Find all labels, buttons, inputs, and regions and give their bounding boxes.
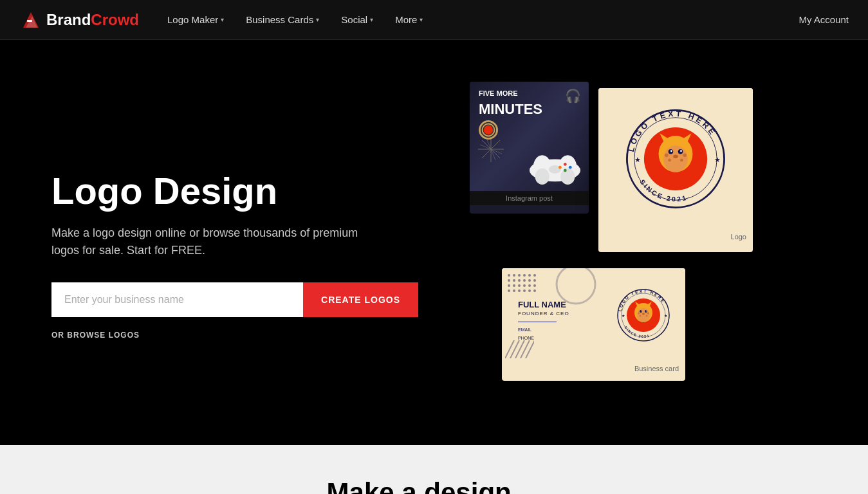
hero-section: Logo Design Make a logo design online or…: [0, 40, 868, 445]
svg-point-75: [642, 313, 645, 315]
svg-point-17: [564, 169, 567, 172]
nav-links: Logo Maker ▾ Business Cards ▾ Social ▾ M…: [158, 9, 799, 30]
svg-point-18: [559, 166, 562, 169]
svg-line-89: [521, 340, 530, 358]
nav-item-social[interactable]: Social ▾: [332, 9, 382, 30]
nav-more-label: More: [395, 14, 417, 25]
svg-point-20: [483, 125, 494, 135]
svg-point-16: [569, 166, 572, 169]
svg-point-65: [557, 268, 595, 304]
svg-point-48: [513, 279, 515, 282]
instagram-post-card: FIVE MORE MINUTES 🎧: [470, 82, 589, 214]
nav-item-more[interactable]: More ▾: [386, 9, 432, 30]
svg-point-54: [513, 284, 515, 287]
svg-line-88: [515, 340, 524, 358]
svg-point-34: [680, 159, 683, 162]
bottom-section: Make a design ...: [0, 445, 868, 494]
svg-point-64: [533, 289, 536, 292]
controller-icon: [524, 143, 586, 188]
svg-point-61: [518, 289, 521, 292]
svg-point-47: [508, 279, 510, 282]
dots-pattern-icon: [506, 272, 541, 295]
navigation: BrandCrowd Logo Maker ▾ Business Cards ▾…: [0, 0, 868, 40]
nav-logo-maker-label: Logo Maker: [167, 14, 218, 25]
brand-part1: Brand: [46, 11, 91, 28]
svg-text:★: ★: [664, 313, 667, 317]
chevron-down-icon: ▾: [420, 16, 423, 23]
svg-point-57: [528, 284, 531, 287]
svg-point-55: [518, 284, 521, 287]
svg-point-58: [533, 284, 536, 287]
instagram-card-label: Instagram post: [470, 191, 589, 205]
ig-headline-1: FIVE MORE: [479, 89, 542, 98]
logo-card-label: Logo: [598, 230, 753, 244]
svg-point-28: [670, 150, 672, 152]
svg-point-74: [646, 310, 647, 311]
svg-point-53: [508, 284, 510, 287]
svg-point-73: [641, 310, 642, 311]
svg-point-56: [523, 284, 526, 287]
svg-point-30: [673, 154, 678, 158]
hero-subtitle: Make a logo design online or browse thou…: [51, 224, 386, 259]
my-account-label: My Account: [799, 14, 849, 25]
svg-point-49: [518, 279, 521, 282]
svg-point-46: [533, 274, 536, 277]
biz-title: FOUNDER & CEO: [518, 311, 614, 316]
svg-point-43: [518, 274, 521, 277]
business-card-label: Business card: [502, 361, 685, 376]
svg-point-76: [638, 312, 640, 314]
headphone-icon: 🎧: [565, 88, 581, 104]
bottom-title: Make a design ...: [51, 477, 817, 494]
hero-title: Logo Design: [51, 170, 425, 212]
hero-left-content: Logo Design Make a logo design online or…: [51, 145, 425, 340]
chevron-down-icon: ▾: [221, 16, 224, 23]
hero-right-cards: FIVE MORE MINUTES 🎧: [450, 82, 766, 403]
diagonal-lines-icon: [505, 340, 534, 358]
svg-point-33: [668, 159, 671, 162]
svg-point-12: [535, 169, 549, 185]
biz-email: EMAIL: [518, 326, 614, 334]
nav-social-label: Social: [341, 14, 367, 25]
svg-point-50: [523, 279, 526, 282]
svg-point-15: [564, 163, 567, 166]
small-logo-badge: [479, 120, 498, 140]
instagram-card-inner: FIVE MORE MINUTES 🎧: [470, 82, 589, 191]
brand-logo-icon: [19, 8, 42, 32]
brand-part2: Crowd: [91, 11, 139, 28]
svg-point-60: [513, 289, 515, 292]
create-logos-button[interactable]: CREATE LOGOS: [303, 282, 418, 317]
business-card: FULL NAME FOUNDER & CEO EMAIL PHONE: [502, 268, 685, 381]
biz-card-logo-image: LOGO TEXT HERE SINCE 2021 ★ ★: [614, 286, 672, 344]
svg-text:★: ★: [714, 156, 721, 163]
svg-point-32: [683, 154, 687, 158]
logo-card-inner: LOGO TEXT HERE SINCE 2021 ★ ★: [598, 88, 753, 230]
nav-item-logo-maker[interactable]: Logo Maker ▾: [158, 9, 233, 30]
business-name-input[interactable]: [51, 282, 303, 317]
svg-point-41: [508, 274, 510, 277]
cheetah-logo-image: LOGO TEXT HERE SINCE 2021 ★ ★: [621, 104, 730, 214]
browse-logos-label: OR BROWSE LOGOS: [51, 331, 140, 340]
circle-arc-icon: [553, 268, 598, 307]
brand-name-text: BrandCrowd: [46, 11, 139, 29]
svg-point-29: [680, 150, 682, 152]
svg-point-31: [665, 154, 669, 158]
svg-point-79: [646, 315, 648, 316]
svg-point-70: [637, 308, 650, 322]
svg-line-90: [526, 340, 534, 358]
svg-point-77: [647, 312, 649, 314]
biz-divider: [518, 322, 557, 322]
brand-logo[interactable]: BrandCrowd: [19, 8, 139, 32]
svg-text:★: ★: [634, 156, 641, 163]
svg-point-78: [640, 315, 642, 316]
chevron-down-icon: ▾: [370, 16, 373, 23]
svg-rect-2: [27, 20, 32, 22]
svg-point-63: [528, 289, 531, 292]
nav-business-cards-label: Business Cards: [246, 14, 313, 25]
svg-point-52: [533, 279, 536, 282]
nav-item-business-cards[interactable]: Business Cards ▾: [237, 9, 328, 30]
svg-point-25: [663, 145, 688, 172]
my-account-link[interactable]: My Account: [799, 14, 849, 25]
business-card-inner: FULL NAME FOUNDER & CEO EMAIL PHONE: [502, 268, 685, 361]
svg-point-59: [508, 289, 510, 292]
browse-logos-link[interactable]: OR BROWSE LOGOS: [51, 331, 140, 340]
